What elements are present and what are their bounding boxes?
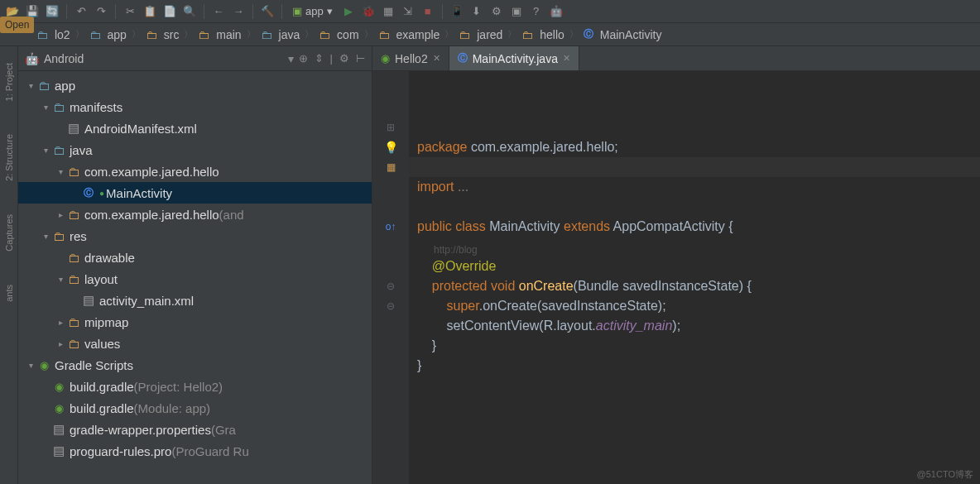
fold-icon[interactable]: ⊖ xyxy=(387,276,395,296)
tree-arrow-icon[interactable]: ▸ xyxy=(55,318,66,327)
tree-label: java xyxy=(70,143,93,157)
copy-icon[interactable]: 📋 xyxy=(142,4,157,19)
undo-icon[interactable]: ↶ xyxy=(74,4,89,19)
field: activity_main xyxy=(596,319,672,333)
tree-arrow-icon[interactable]: ▾ xyxy=(25,81,36,90)
chevron-down-icon: ▾ xyxy=(327,5,333,17)
attach-icon[interactable]: ⇲ xyxy=(401,4,416,19)
avd-icon[interactable]: 📱 xyxy=(449,4,464,19)
bulb-icon[interactable]: 💡 xyxy=(384,137,398,157)
profile-icon[interactable]: ▦ xyxy=(381,4,396,19)
tree-arrow-icon[interactable]: ▾ xyxy=(40,103,51,112)
sync-icon[interactable]: 🔄 xyxy=(45,4,60,19)
tree-row[interactable]: ▾◉Gradle Scripts xyxy=(18,354,372,376)
code-editor[interactable]: ⊞ 💡 ▦ o↑ ⊖ ⊖ http://blog package com.exa… xyxy=(372,71,980,484)
tree-row[interactable]: ▾🗀com.example.jared.hello xyxy=(18,161,372,182)
help-icon[interactable]: ? xyxy=(529,4,544,19)
chevron-down-icon: ▾ xyxy=(288,52,294,65)
debug-icon[interactable]: 🐞 xyxy=(361,4,376,19)
code-text: .onCreate(savedInstanceState); xyxy=(479,299,666,313)
tool-window-button[interactable]: ants xyxy=(4,285,14,302)
search-icon[interactable]: 🔍 xyxy=(182,4,197,19)
breadcrumb-item[interactable]: 🗀 java xyxy=(257,28,304,41)
tree-row[interactable]: 🗀drawable xyxy=(18,247,372,268)
paste-icon[interactable]: 📄 xyxy=(162,4,177,19)
breadcrumb-item[interactable]: 🗀 hello xyxy=(518,28,567,41)
tree-row[interactable]: ▤activity_main.xml xyxy=(18,290,372,311)
tree-arrow-icon[interactable]: ▸ xyxy=(55,210,66,219)
tree-label: activity_main.xml xyxy=(99,294,194,308)
gear-icon[interactable]: ⚙ xyxy=(339,52,349,65)
redo-icon[interactable]: ↷ xyxy=(94,4,108,19)
tree-row[interactable]: Ⓒ●MainActivity xyxy=(18,182,372,204)
panel-title-label: Android xyxy=(44,52,84,65)
editor-tab[interactable]: ◉Hello2✕ xyxy=(372,46,449,70)
panel-view-selector[interactable]: 🤖 Android ▾ xyxy=(25,52,294,65)
override-icon[interactable]: o↑ xyxy=(386,217,396,237)
fold-icon[interactable]: ⊞ xyxy=(387,117,395,137)
breadcrumb-item[interactable]: 🗀 com xyxy=(315,28,362,41)
android-toolbar-icon[interactable]: 🤖 xyxy=(549,4,564,19)
tree-row[interactable]: ▸🗀values xyxy=(18,333,372,354)
tree-arrow-icon[interactable]: ▾ xyxy=(55,275,66,284)
separator xyxy=(252,4,253,19)
tree-row[interactable]: ▸🗀com.example.jared.hello (and xyxy=(18,204,372,225)
tree-label: mipmap xyxy=(84,315,128,329)
tree-label-suffix: (Project: Hello2) xyxy=(134,380,223,394)
breadcrumb-item[interactable]: Ⓒ MainActivity xyxy=(580,27,665,41)
tree-row[interactable]: ▾🗀java xyxy=(18,139,372,161)
tree-row[interactable]: ◉build.gradle (Project: Hello2) xyxy=(18,376,372,397)
tool-window-button[interactable]: 2: Structure xyxy=(4,134,14,181)
tree-row[interactable]: ▸🗀mipmap xyxy=(18,311,372,333)
breadcrumb-item[interactable]: 🗀 main xyxy=(195,28,244,41)
tree-row[interactable]: ▤proguard-rules.pro (ProGuard Ru xyxy=(18,440,372,462)
tree-row[interactable]: ▾🗀layout xyxy=(18,268,372,290)
tree-arrow-icon[interactable]: ▸ xyxy=(55,339,66,348)
breadcrumb-item[interactable]: 🗀 lo2 xyxy=(33,28,74,41)
device-icon[interactable]: ▣ xyxy=(509,4,524,19)
tree-row[interactable]: ▾🗀app xyxy=(18,74,372,96)
build-icon[interactable]: 🔨 xyxy=(260,4,275,19)
tree-row[interactable]: ▤gradle-wrapper.properties (Gra xyxy=(18,419,372,440)
tree-label: values xyxy=(84,337,120,351)
breadcrumb-item[interactable]: 🗀 app xyxy=(86,28,130,41)
tree-row[interactable]: ▤AndroidManifest.xml xyxy=(18,117,372,139)
close-icon[interactable]: ✕ xyxy=(433,53,440,64)
tree-arrow-icon[interactable]: ▾ xyxy=(40,146,51,155)
tree-arrow-icon[interactable]: ▾ xyxy=(25,361,36,370)
run-config-selector[interactable]: ▣ app ▾ xyxy=(289,5,336,17)
kw: import xyxy=(417,180,454,194)
breadcrumb-item[interactable]: 🗀 example xyxy=(375,28,444,41)
close-icon[interactable]: ✕ xyxy=(563,53,570,64)
more-icon[interactable]: ⚙ xyxy=(489,4,504,19)
tree-arrow-icon[interactable]: ▾ xyxy=(55,167,66,176)
editor-area: ◉Hello2✕ⒸMainActivity.java✕ ⊞ 💡 ▦ o↑ ⊖ ⊖… xyxy=(372,46,980,484)
tree-label-suffix: (and xyxy=(219,208,244,222)
target-icon[interactable]: ⊕ xyxy=(299,52,308,65)
hide-icon[interactable]: ⊢ xyxy=(356,52,365,65)
breadcrumb-item[interactable]: 🗀 jared xyxy=(455,28,506,41)
code-content[interactable]: http://blog package com.example.jared.he… xyxy=(409,71,980,484)
tree-label: build.gradle xyxy=(70,401,134,415)
project-panel-header: 🤖 Android ▾ ⊕ ⇕ | ⚙ ⊢ xyxy=(18,46,372,71)
folder-icon: 🗀 xyxy=(66,337,81,351)
back-icon[interactable]: ← xyxy=(211,4,226,19)
project-tree[interactable]: ▾🗀app▾🗀manifests▤AndroidManifest.xml▾🗀ja… xyxy=(18,71,372,484)
folder-icon: 🗀 xyxy=(66,208,81,222)
tree-row[interactable]: ▾🗀res xyxy=(18,225,372,247)
forward-icon[interactable]: → xyxy=(231,4,246,19)
sdk-icon[interactable]: ⬇ xyxy=(469,4,484,19)
gutter-icon[interactable]: ▦ xyxy=(387,157,396,177)
tree-row[interactable]: ▾🗀manifests xyxy=(18,96,372,117)
tree-row[interactable]: ◉build.gradle (Module: app) xyxy=(18,397,372,419)
tool-window-button[interactable]: Captures xyxy=(4,214,14,252)
run-icon[interactable]: ▶ xyxy=(341,4,356,19)
tree-arrow-icon[interactable]: ▾ xyxy=(40,232,51,241)
stop-icon[interactable]: ■ xyxy=(420,4,435,19)
editor-tab[interactable]: ⒸMainActivity.java✕ xyxy=(449,46,579,70)
collapse-icon[interactable]: ⇕ xyxy=(315,52,324,65)
tool-window-button[interactable]: 1: Project xyxy=(4,63,14,101)
breadcrumb-item[interactable]: 🗀 src xyxy=(142,28,183,41)
cut-icon[interactable]: ✂ xyxy=(122,4,137,19)
fold-icon[interactable]: ⊖ xyxy=(387,296,395,316)
